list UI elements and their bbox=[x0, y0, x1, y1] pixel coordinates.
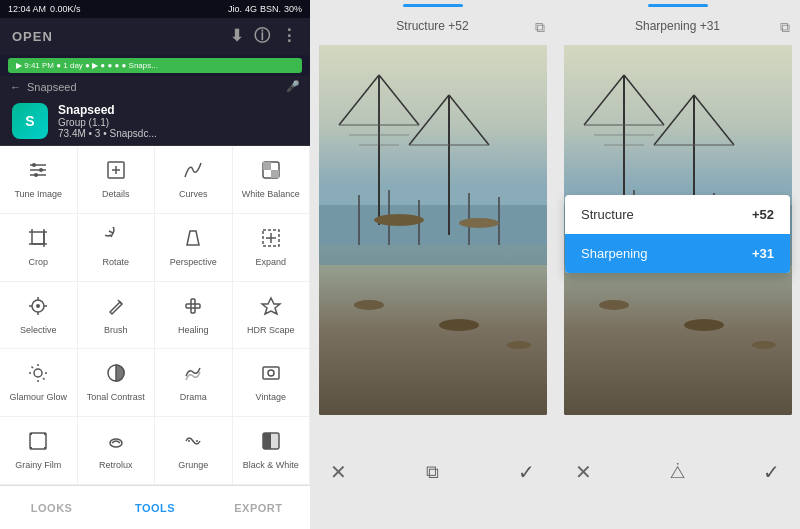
info-icon[interactable]: ⓘ bbox=[254, 26, 271, 47]
svg-rect-46 bbox=[44, 447, 46, 449]
tool-item-expand[interactable]: Expand bbox=[233, 214, 311, 282]
right-cancel-button[interactable]: ✕ bbox=[575, 460, 592, 484]
tool-item-healing[interactable]: Healing bbox=[155, 282, 233, 350]
app-item: S Snapseed Group (1.1) 73.4M • 3 • Snaps… bbox=[0, 97, 310, 146]
tool-item-black-&-white[interactable]: Black & White bbox=[233, 417, 311, 485]
tab-tools[interactable]: TOOLS bbox=[103, 486, 206, 529]
tool-item-curves[interactable]: Curves bbox=[155, 146, 233, 214]
tool-item-drama[interactable]: Drama bbox=[155, 349, 233, 417]
middle-confirm-button[interactable]: ✓ bbox=[518, 460, 535, 484]
tool-label: Brush bbox=[104, 325, 128, 336]
tool-item-retrolux[interactable]: Retrolux bbox=[78, 417, 156, 485]
middle-sliders-button[interactable]: ⧉ bbox=[426, 462, 439, 483]
tool-icon bbox=[27, 227, 49, 253]
tool-item-crop[interactable]: Crop bbox=[0, 214, 78, 282]
tool-icon bbox=[27, 430, 49, 456]
app-subtitle: Group (1.1) bbox=[58, 117, 157, 128]
tool-icon bbox=[182, 295, 204, 321]
carrier2: BSN. bbox=[260, 4, 281, 14]
right-sliders-button[interactable]: ⧊ bbox=[670, 462, 685, 483]
middle-photo-bg bbox=[319, 45, 547, 415]
right-compare-icon[interactable]: ⧉ bbox=[780, 19, 790, 36]
tool-item-selective[interactable]: Selective bbox=[0, 282, 78, 350]
status-right: Jio. 4G BSN. 30% bbox=[228, 4, 302, 14]
tool-label: Grainy Film bbox=[15, 460, 61, 471]
svg-point-47 bbox=[110, 439, 122, 447]
dropdown-value: +31 bbox=[752, 246, 774, 261]
notification-text: ▶ 9:41 PM ● 1 day ● ▶ ● ● ● ● Snaps... bbox=[16, 61, 158, 70]
right-panel-title: Sharpening +31 bbox=[635, 19, 720, 33]
tool-label: Drama bbox=[180, 392, 207, 403]
tool-label: Black & White bbox=[243, 460, 299, 471]
speed: 0.00K/s bbox=[50, 4, 81, 14]
dropdown-value: +52 bbox=[752, 207, 774, 222]
tool-label: Selective bbox=[20, 325, 57, 336]
tool-icon bbox=[260, 227, 282, 253]
tool-item-brush[interactable]: Brush bbox=[78, 282, 156, 350]
tab-looks[interactable]: LOOKS bbox=[0, 486, 103, 529]
dropdown-row-sharpening[interactable]: Sharpening +31 bbox=[565, 234, 790, 273]
tool-item-hdr-scape[interactable]: HDR Scape bbox=[233, 282, 311, 350]
svg-line-38 bbox=[43, 378, 45, 380]
carrier: Jio. bbox=[228, 4, 242, 14]
tool-item-rotate[interactable]: Rotate bbox=[78, 214, 156, 282]
tool-label: Tune Image bbox=[14, 189, 62, 200]
middle-top-bar bbox=[310, 0, 555, 13]
tool-icon bbox=[182, 227, 204, 253]
svg-rect-12 bbox=[32, 232, 44, 244]
right-top-bar bbox=[555, 0, 800, 13]
svg-point-97 bbox=[752, 341, 776, 349]
middle-panel-header: Structure +52 ⧉ bbox=[310, 13, 555, 45]
svg-rect-52 bbox=[319, 245, 547, 415]
tool-item-grunge[interactable]: Grunge bbox=[155, 417, 233, 485]
svg-point-95 bbox=[599, 300, 629, 310]
tool-icon bbox=[27, 362, 49, 388]
tools-grid: Tune Image Details Curves White Balance … bbox=[0, 146, 310, 485]
status-bar: 12:04 AM 0.00K/s Jio. 4G BSN. 30% bbox=[0, 0, 310, 18]
tool-label: Crop bbox=[28, 257, 48, 268]
tool-label: HDR Scape bbox=[247, 325, 295, 336]
mic-icon[interactable]: 🎤 bbox=[286, 80, 300, 93]
tool-label: Rotate bbox=[102, 257, 129, 268]
svg-rect-43 bbox=[30, 433, 32, 435]
tool-icon bbox=[105, 430, 127, 456]
app-info: Snapseed Group (1.1) 73.4M • 3 • Snapsdc… bbox=[58, 103, 157, 139]
tool-item-tonal-contrast[interactable]: Tonal Contrast bbox=[78, 349, 156, 417]
middle-compare-icon[interactable]: ⧉ bbox=[535, 19, 545, 36]
download-icon[interactable]: ⬇ bbox=[230, 26, 244, 47]
tool-icon bbox=[105, 159, 127, 185]
middle-photo bbox=[319, 45, 547, 415]
svg-rect-53 bbox=[319, 205, 547, 265]
svg-marker-31 bbox=[262, 298, 280, 314]
svg-rect-40 bbox=[263, 367, 279, 379]
back-label: Snapseed bbox=[27, 81, 77, 93]
middle-panel-title: Structure +52 bbox=[396, 19, 468, 33]
tool-item-glamour-glow[interactable]: Glamour Glow bbox=[0, 349, 78, 417]
adjustment-dropdown: Structure +52 Sharpening +31 bbox=[565, 195, 790, 273]
middle-cancel-button[interactable]: ✕ bbox=[330, 460, 347, 484]
right-confirm-button[interactable]: ✓ bbox=[763, 460, 780, 484]
tool-item-tune-image[interactable]: Tune Image bbox=[0, 146, 78, 214]
svg-rect-44 bbox=[44, 433, 46, 435]
app-header: OPEN ⬇ ⓘ ⋮ bbox=[0, 18, 310, 55]
more-icon[interactable]: ⋮ bbox=[281, 26, 298, 47]
dropdown-row-structure[interactable]: Structure +52 bbox=[565, 195, 790, 234]
tool-item-vintage[interactable]: Vintage bbox=[233, 349, 311, 417]
tool-label: Healing bbox=[178, 325, 209, 336]
tab-export[interactable]: EXPORT bbox=[207, 486, 310, 529]
tool-item-grainy-film[interactable]: Grainy Film bbox=[0, 417, 78, 485]
tool-icon bbox=[105, 362, 127, 388]
tool-item-perspective[interactable]: Perspective bbox=[155, 214, 233, 282]
tool-item-details[interactable]: Details bbox=[78, 146, 156, 214]
svg-point-71 bbox=[459, 218, 499, 228]
back-icon[interactable]: ← bbox=[10, 81, 21, 93]
svg-rect-10 bbox=[263, 162, 271, 170]
tool-icon bbox=[105, 295, 127, 321]
svg-point-23 bbox=[36, 304, 40, 308]
right-panel-header: Sharpening +31 ⧉ bbox=[555, 13, 800, 45]
middle-panel-bottom: ✕ ⧉ ✓ bbox=[310, 415, 555, 529]
app-detail: 73.4M • 3 • Snapsdc... bbox=[58, 128, 157, 139]
svg-point-48 bbox=[188, 440, 190, 442]
tool-item-white-balance[interactable]: White Balance bbox=[233, 146, 311, 214]
svg-point-41 bbox=[268, 370, 274, 376]
